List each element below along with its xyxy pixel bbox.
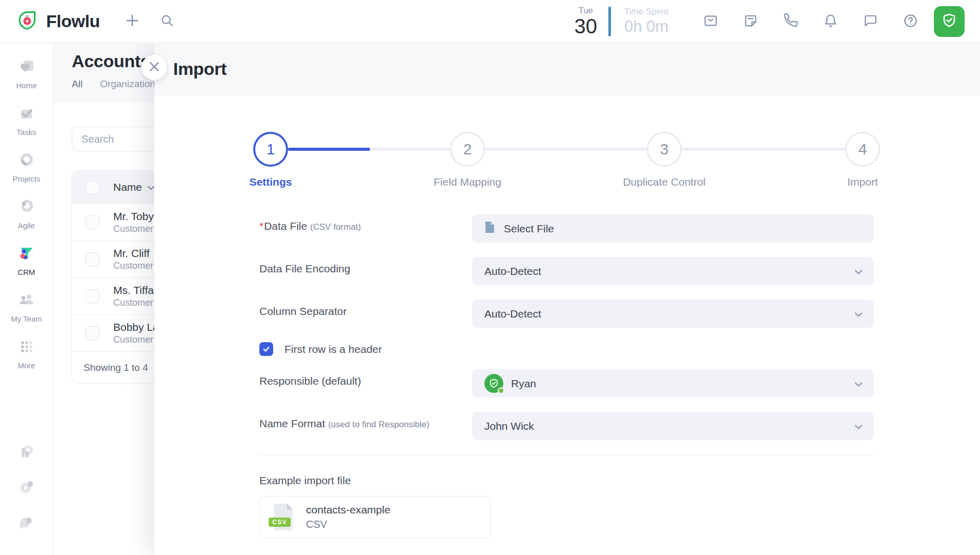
brand-name: Flowlu bbox=[46, 11, 100, 31]
select-file-button[interactable]: Select File bbox=[472, 214, 874, 243]
flowlu-logo-icon bbox=[16, 10, 38, 33]
time-spent-value: 0h 0m bbox=[624, 17, 676, 36]
file-icon bbox=[484, 221, 495, 236]
account-type: Customer bbox=[113, 297, 154, 309]
sidebar-item-label: Home bbox=[16, 81, 36, 90]
first-row-header-checkbox[interactable]: First row is a header bbox=[259, 342, 874, 356]
help-button[interactable] bbox=[899, 10, 922, 33]
close-button[interactable] bbox=[141, 55, 167, 80]
account-name: Ms. Tiffa bbox=[113, 284, 154, 297]
step-2-label: Field Mapping bbox=[434, 176, 501, 188]
import-header: Import bbox=[154, 43, 980, 95]
chat-icon bbox=[863, 13, 878, 30]
data-file-label: *Data File (CSV format) bbox=[259, 214, 472, 232]
speech-bubble-icon bbox=[16, 512, 37, 534]
responsible-select[interactable]: Ryan bbox=[472, 369, 874, 398]
import-settings-form: *Data File (CSV format) Select File Data… bbox=[259, 214, 874, 538]
sidebar-item-label: More bbox=[17, 361, 35, 370]
sort-chevron-icon bbox=[147, 181, 155, 193]
select-all-checkbox[interactable] bbox=[86, 181, 99, 194]
row-checkbox[interactable] bbox=[86, 252, 99, 266]
sidebar-item-home[interactable]: Home bbox=[0, 50, 53, 97]
encoding-select[interactable]: Auto-Detect bbox=[472, 257, 874, 285]
global-search-button[interactable] bbox=[155, 10, 179, 33]
section-divider bbox=[259, 454, 874, 455]
example-file-type: CSV bbox=[306, 518, 391, 531]
feedback-button[interactable] bbox=[15, 512, 38, 533]
step-progress-line bbox=[288, 148, 370, 151]
chevron-down-icon bbox=[854, 378, 863, 390]
account-type: Customer bbox=[113, 260, 153, 272]
separator-select[interactable]: Auto-Detect bbox=[472, 300, 874, 328]
tab-all[interactable]: All bbox=[72, 78, 83, 90]
row-checkbox[interactable] bbox=[86, 326, 99, 340]
time-spent[interactable]: Time Spent 0h 0m bbox=[624, 7, 676, 35]
sidebar-item-agile[interactable]: Agile bbox=[0, 190, 53, 237]
inbox-button[interactable] bbox=[699, 10, 722, 33]
row-checkbox[interactable] bbox=[86, 215, 99, 229]
account-name: Mr. Toby bbox=[113, 210, 154, 223]
sidebar-item-more[interactable]: More bbox=[0, 330, 53, 377]
brand[interactable]: Flowlu bbox=[16, 10, 100, 33]
csv-file-icon: CSV bbox=[272, 503, 295, 531]
notes-icon bbox=[743, 13, 758, 30]
example-file-name: contacts-example bbox=[306, 503, 391, 517]
csv-badge: CSV bbox=[269, 518, 291, 527]
create-button[interactable] bbox=[120, 10, 144, 33]
sidebar-item-label: Projects bbox=[12, 174, 40, 183]
sidebar-item-label: Agile bbox=[18, 221, 35, 230]
timer-bar bbox=[608, 7, 611, 36]
chevron-down-icon bbox=[854, 420, 863, 432]
separator-label: Column Separator bbox=[259, 300, 472, 318]
plus-icon bbox=[125, 13, 140, 30]
shield-check-icon bbox=[941, 12, 957, 30]
sidebar-item-projects[interactable]: Projects bbox=[0, 144, 53, 190]
phone-icon bbox=[783, 13, 798, 30]
tab-organizations[interactable]: Organizations bbox=[100, 78, 160, 90]
close-icon bbox=[149, 62, 159, 73]
messenger-button[interactable] bbox=[859, 10, 882, 33]
step-4-label: Import bbox=[847, 176, 878, 188]
sidebar-item-tasks[interactable]: Tasks bbox=[0, 97, 53, 144]
step-3-label: Duplicate Control bbox=[623, 176, 705, 188]
tasks-icon bbox=[17, 104, 36, 125]
crm-icon bbox=[17, 244, 36, 265]
account-type: Customer bbox=[113, 223, 154, 235]
chevron-down-icon bbox=[854, 308, 863, 320]
chevron-down-icon bbox=[854, 265, 863, 278]
name-column-header[interactable]: Name bbox=[113, 181, 155, 193]
name-format-select[interactable]: John Wick bbox=[472, 412, 874, 440]
sidebar-item-crm[interactable]: CRM bbox=[0, 237, 53, 284]
online-status-dot bbox=[498, 387, 504, 394]
sidebar-item-label: Tasks bbox=[16, 128, 36, 136]
row-checkbox[interactable] bbox=[86, 289, 99, 303]
sidebar-item-my-team[interactable]: My Team bbox=[0, 284, 53, 330]
more-grid-icon bbox=[17, 337, 36, 359]
account-name: Bobby La bbox=[113, 321, 159, 334]
modal-title: Import bbox=[173, 59, 227, 79]
account-type: Customer bbox=[113, 334, 159, 346]
step-line bbox=[370, 148, 450, 151]
gear-icon bbox=[16, 477, 37, 499]
notes-button[interactable] bbox=[739, 10, 762, 33]
encoding-label: Data File Encoding bbox=[259, 257, 472, 275]
time-spent-label: Time Spent bbox=[624, 7, 676, 17]
calendar-date[interactable]: Tue 30 bbox=[575, 6, 598, 36]
notifications-button[interactable] bbox=[819, 10, 842, 33]
step-3-circle: 3 bbox=[647, 132, 682, 167]
example-file-card[interactable]: CSV contacts-example CSV bbox=[259, 496, 491, 538]
portal-button[interactable] bbox=[15, 442, 38, 464]
responsible-label: Responsible (default) bbox=[259, 369, 472, 387]
checkbox-checked-icon bbox=[259, 342, 273, 356]
account-name: Mr. Cliff bbox=[113, 247, 153, 260]
required-asterisk: * bbox=[259, 220, 263, 232]
import-stepper: 1 2 3 4 Settings Field Mapping Duplicate… bbox=[154, 95, 980, 198]
checkbox-label: First row is a header bbox=[284, 343, 382, 355]
settings-button[interactable] bbox=[15, 477, 38, 499]
sidebar-item-label: CRM bbox=[17, 268, 35, 276]
responsible-avatar bbox=[484, 374, 503, 393]
sidebar: Home Tasks Projects Agile bbox=[0, 43, 53, 555]
name-format-label: Name Format (used to find Responsible) bbox=[259, 412, 472, 430]
calls-button[interactable] bbox=[779, 10, 802, 33]
account-avatar[interactable] bbox=[934, 6, 965, 37]
